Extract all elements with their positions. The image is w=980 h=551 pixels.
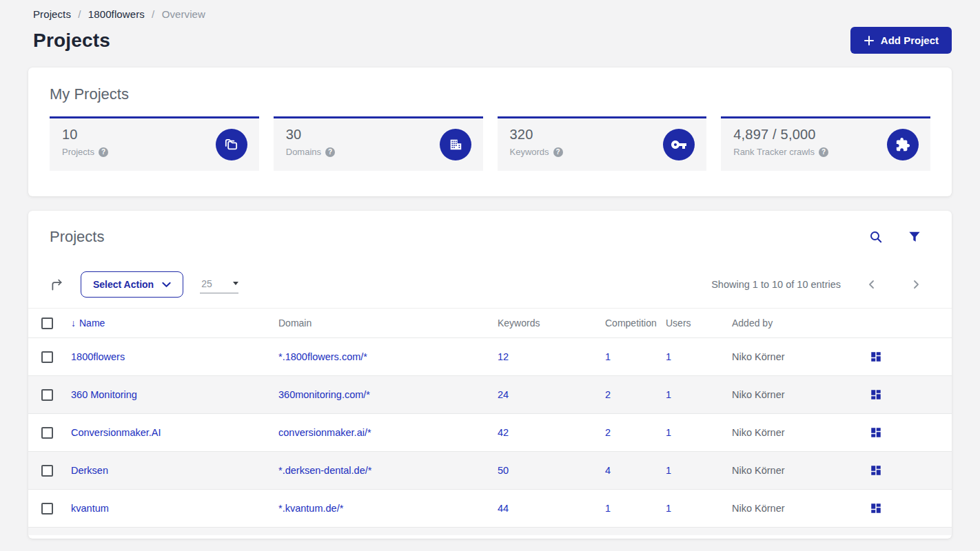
users-count-cell[interactable]: 1 xyxy=(666,465,732,476)
stat-card-keywords: 320 Keywords ? xyxy=(498,116,707,171)
help-icon[interactable]: ? xyxy=(325,147,335,157)
showing-entries-text: Showing 1 to 10 of 10 entries xyxy=(711,279,841,290)
export-arrow-icon[interactable] xyxy=(50,278,64,292)
competition-count-cell[interactable]: 4 xyxy=(605,465,666,476)
add-project-label: Add Project xyxy=(881,34,939,46)
table-row: Derksen *.derksen-dental.de/* 50 4 1 Nik… xyxy=(28,452,952,490)
column-header-name-label: Name xyxy=(79,318,105,329)
projects-table: ↓ Name Domain Keywords Competition Users… xyxy=(28,308,952,535)
added-by-cell: Niko Körner xyxy=(732,351,870,362)
users-count-cell[interactable]: 1 xyxy=(666,503,732,514)
projects-count-label: Projects xyxy=(62,147,94,157)
table-row: kvantum *.kvantum.de/* 44 1 1 Niko Körne… xyxy=(28,490,952,528)
dashboard-icon[interactable] xyxy=(870,502,952,514)
competition-count-cell[interactable]: 1 xyxy=(605,503,666,514)
column-header-domain[interactable]: Domain xyxy=(278,318,498,329)
page-size-select[interactable]: 25 xyxy=(200,276,238,293)
pagination-next-button[interactable] xyxy=(902,276,930,293)
added-by-cell: Niko Körner xyxy=(732,503,870,514)
table-row: 360 Monitoring 360monitoring.com/* 24 2 … xyxy=(28,376,952,414)
plus-icon xyxy=(864,35,875,46)
my-projects-title: My Projects xyxy=(50,85,930,103)
dashboard-icon[interactable] xyxy=(870,464,952,477)
domains-count-label: Domains xyxy=(286,147,321,157)
sort-desc-icon: ↓ xyxy=(71,318,76,329)
project-name-link[interactable]: 1800flowers xyxy=(71,351,125,362)
project-name-link[interactable]: 360 Monitoring xyxy=(71,389,137,400)
search-icon[interactable] xyxy=(868,229,884,245)
filter-icon[interactable] xyxy=(907,229,922,245)
project-domain-link[interactable]: 360monitoring.com/* xyxy=(278,389,370,400)
users-count-cell[interactable]: 1 xyxy=(666,427,732,438)
project-name-link[interactable]: kvantum xyxy=(71,503,109,514)
domains-building-icon xyxy=(440,129,471,160)
projects-panel-title: Projects xyxy=(50,228,104,246)
competition-count-cell[interactable]: 2 xyxy=(605,389,666,400)
crawls-puzzle-icon xyxy=(887,129,919,160)
keywords-count-cell[interactable]: 24 xyxy=(498,389,605,400)
projects-panel: Projects xyxy=(28,211,952,539)
row-checkbox[interactable] xyxy=(41,503,53,514)
dashboard-icon[interactable] xyxy=(870,388,952,401)
row-checkbox[interactable] xyxy=(41,465,53,477)
table-header-row: ↓ Name Domain Keywords Competition Users… xyxy=(28,308,952,338)
added-by-cell: Niko Körner xyxy=(732,465,870,476)
page-size-value: 25 xyxy=(201,278,212,289)
row-checkbox[interactable] xyxy=(41,427,53,439)
add-project-button[interactable]: Add Project xyxy=(850,27,952,54)
dashboard-icon[interactable] xyxy=(870,351,952,363)
keywords-count-cell[interactable]: 50 xyxy=(498,465,605,476)
breadcrumb-overview: Overview xyxy=(162,8,205,20)
stat-card-crawls: 4,897 / 5,000 Rank Tracker crawls ? xyxy=(721,116,930,171)
table-row: 1800flowers *.1800flowers.com/* 12 1 1 N… xyxy=(28,338,952,376)
breadcrumb-projects[interactable]: Projects xyxy=(33,8,71,20)
project-domain-link[interactable]: *.1800flowers.com/* xyxy=(278,351,367,362)
users-count-cell[interactable]: 1 xyxy=(666,389,732,400)
keywords-count-cell[interactable]: 42 xyxy=(498,427,605,438)
breadcrumb-separator: / xyxy=(152,8,154,20)
chevron-down-icon xyxy=(162,282,171,288)
competition-count-cell[interactable]: 1 xyxy=(605,351,666,362)
stat-card-projects: 10 Projects ? xyxy=(50,116,259,171)
column-header-keywords[interactable]: Keywords xyxy=(498,318,605,329)
column-header-name[interactable]: ↓ Name xyxy=(71,318,278,329)
breadcrumb: Projects / 1800flowers / Overview xyxy=(33,8,952,20)
keywords-key-icon xyxy=(663,129,695,160)
help-icon[interactable]: ? xyxy=(819,147,828,157)
breadcrumb-1800flowers[interactable]: 1800flowers xyxy=(88,8,145,20)
help-icon[interactable]: ? xyxy=(99,147,108,157)
select-action-dropdown[interactable]: Select Action xyxy=(81,271,183,298)
row-checkbox[interactable] xyxy=(41,351,53,363)
help-icon[interactable]: ? xyxy=(553,147,563,157)
select-action-label: Select Action xyxy=(93,279,154,290)
breadcrumb-separator: / xyxy=(78,8,81,20)
column-header-added-by[interactable]: Added by xyxy=(732,318,870,329)
column-header-competition[interactable]: Competition xyxy=(605,318,666,329)
project-domain-link[interactable]: *.derksen-dental.de/* xyxy=(278,465,371,476)
row-checkbox[interactable] xyxy=(41,389,53,401)
dashboard-icon[interactable] xyxy=(870,426,952,439)
select-all-checkbox[interactable] xyxy=(41,318,53,329)
column-header-users[interactable]: Users xyxy=(666,318,732,329)
added-by-cell: Niko Körner xyxy=(732,389,870,400)
competition-count-cell[interactable]: 2 xyxy=(605,427,666,438)
table-row: Conversionmaker.AI conversionmaker.ai/* … xyxy=(28,414,952,452)
users-count-cell[interactable]: 1 xyxy=(666,351,732,362)
keywords-count-cell[interactable]: 12 xyxy=(498,351,605,362)
pagination-prev-button[interactable] xyxy=(857,276,886,293)
keywords-count-label: Keywords xyxy=(510,147,549,157)
table-row-partial xyxy=(28,528,952,535)
my-projects-panel: My Projects 10 Projects ? 30 Doma xyxy=(28,67,952,196)
project-domain-link[interactable]: conversionmaker.ai/* xyxy=(278,427,371,438)
projects-folders-icon xyxy=(216,129,247,160)
added-by-cell: Niko Körner xyxy=(732,427,870,438)
project-name-link[interactable]: Conversionmaker.AI xyxy=(71,427,161,438)
crawls-count-label: Rank Tracker crawls xyxy=(733,147,815,157)
stat-card-domains: 30 Domains ? xyxy=(274,116,483,171)
caret-down-icon xyxy=(233,282,238,285)
keywords-count-cell[interactable]: 44 xyxy=(498,503,605,514)
project-name-link[interactable]: Derksen xyxy=(71,465,108,476)
project-domain-link[interactable]: *.kvantum.de/* xyxy=(278,503,343,514)
page-title: Projects xyxy=(33,30,110,52)
